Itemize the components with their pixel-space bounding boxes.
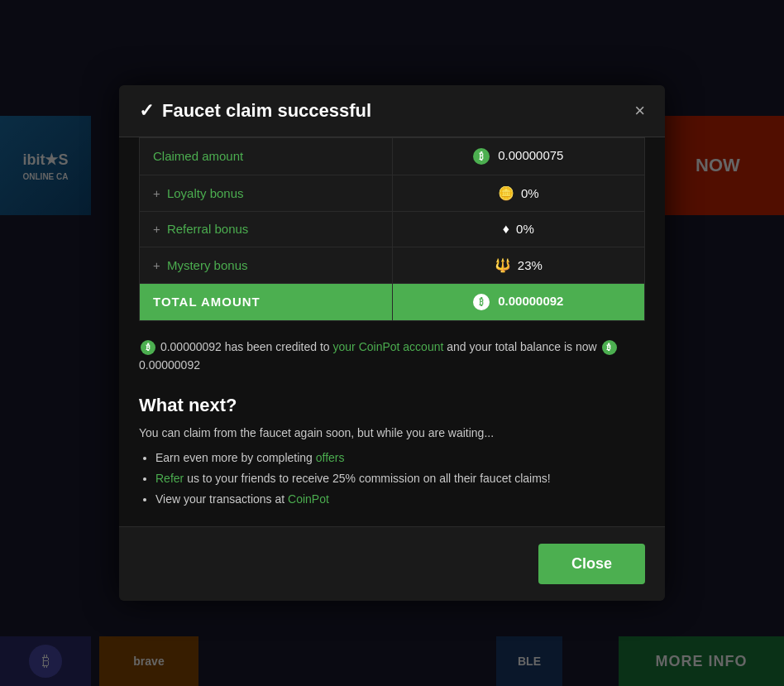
claimed-value: ₿ 0.00000075 [392,137,645,175]
referral-label: + Referral bonus [140,211,393,247]
list-item-offers: Earn even more by completing offers [155,448,645,468]
modal-backdrop: ✓ Faucet claim successful × Claimed amou… [0,0,784,686]
table-row-claimed: Claimed amount ₿ 0.00000075 [140,137,645,175]
loyalty-label: + Loyalty bonus [140,175,393,211]
credit-message: ₿ 0.00000092 has been credited to your C… [139,338,645,375]
mystery-label: + Mystery bonus [140,247,393,283]
offers-link[interactable]: offers [316,451,345,464]
table-row-referral: + Referral bonus ♦️ 0% [140,211,645,247]
coinpot-link[interactable]: CoinPot [288,492,329,506]
modal-close-button[interactable]: × [634,102,645,120]
list-item-coinpot: View your transactions at CoinPot [155,489,645,510]
modal-footer: Close [119,526,665,601]
btc-inline-icon-2: ₿ [602,340,617,355]
checkmark-icon: ✓ [139,100,154,122]
coin-icon: 🪙 [498,186,514,200]
referral-value: ♦️ 0% [392,211,645,247]
what-next-list: Earn even more by completing offers Refe… [139,448,645,511]
btc-icon-claimed: ₿ [473,148,490,165]
what-next-heading: What next? [139,395,645,416]
btc-inline-icon: ₿ [141,340,155,355]
modal-header: ✓ Faucet claim successful × [119,85,665,137]
loyalty-value: 🪙 0% [392,175,645,211]
table-row-loyalty: + Loyalty bonus 🪙 0% [140,175,645,211]
close-button[interactable]: Close [538,544,645,584]
total-label: TOTAL AMOUNT [140,283,393,320]
btc-icon-total: ₿ [473,294,490,310]
plus-icon-2: + [153,222,160,236]
bonus-table: Claimed amount ₿ 0.00000075 + Loyalty bo… [139,137,645,321]
plus-icon-3: + [153,258,160,272]
modal: ✓ Faucet claim successful × Claimed amou… [119,85,665,601]
modal-title: ✓ Faucet claim successful [139,100,371,122]
refer-link[interactable]: Refer [155,472,184,485]
list-item-refer: Refer us to your friends to receive 25% … [155,468,645,489]
table-row-mystery: + Mystery bonus 🔱 23% [140,247,645,283]
what-next-section: What next? You can claim from the faucet… [139,395,645,511]
plus-icon: + [153,186,160,200]
diamond-icon: ♦️ [503,222,509,236]
mystery-value: 🔱 23% [392,247,645,283]
total-value: ₿ 0.00000092 [392,283,645,320]
what-next-intro: You can claim from the faucet again soon… [139,426,645,439]
coinpot-account-link[interactable]: your CoinPot account [333,340,444,353]
modal-body: Claimed amount ₿ 0.00000075 + Loyalty bo… [119,137,665,526]
mystery-icon: 🔱 [495,258,511,272]
table-row-total: TOTAL AMOUNT ₿ 0.00000092 [140,283,645,320]
claimed-label: Claimed amount [140,137,393,175]
